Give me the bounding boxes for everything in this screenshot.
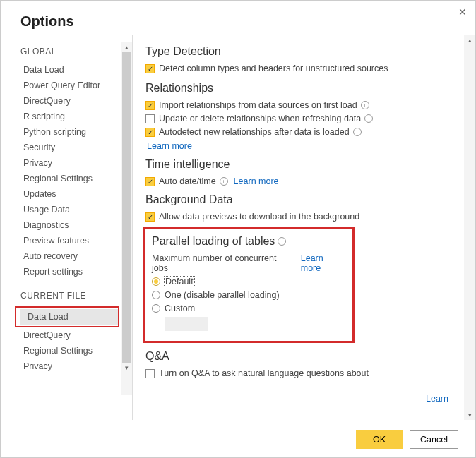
info-icon[interactable] [220,177,228,186]
label-radio-default: Default [165,277,194,287]
link-learn-more-time[interactable]: Learn more [234,176,279,186]
radio-default[interactable] [152,277,160,286]
scroll-up-icon[interactable]: ▴ [464,35,475,45]
info-icon[interactable] [361,101,369,109]
sidebar-scrollbar[interactable]: ▴ ▾ [121,42,132,395]
sidebar-item-diagnostics[interactable]: Diagnostics [23,217,132,233]
link-learn-more-parallel[interactable]: Learn more [301,253,345,273]
sidebar-item-global-data-load[interactable]: Data Load [23,62,132,78]
info-icon[interactable] [353,128,362,136]
content-scrollbar[interactable]: ▴ ▾ [464,35,475,420]
sidebar-group-global: GLOBAL [20,47,132,56]
sidebar-item-global-regional[interactable]: Regional Settings [23,171,132,186]
label-autodetect-relationships: Autodetect new relationships after data … [159,127,350,137]
sidebar-group-current-file: CURRENT FILE [20,291,132,301]
dialog-body: GLOBAL Data Load Power Query Editor Dire… [1,35,475,420]
sidebar-item-python-scripting[interactable]: Python scripting [23,124,132,140]
dialog-footer: OK Cancel [356,430,458,449]
label-radio-one: One (disable parallel loading) [165,290,280,300]
dialog-title: Options [1,1,475,35]
section-parallel-loading-label: Parallel loading of tables [152,235,275,248]
section-qa: Q&A [145,350,463,363]
checkbox-auto-datetime[interactable] [145,177,155,186]
sidebar-item-usage-data[interactable]: Usage Data [23,202,132,217]
sidebar: GLOBAL Data Load Power Query Editor Dire… [1,35,132,420]
sidebar-item-file-data-load[interactable]: Data Load [20,309,118,325]
highlight-sidebar-data-load: Data Load [15,306,119,327]
label-radio-custom: Custom [165,303,195,313]
label-turn-on-qa: Turn on Q&A to ask natural language ques… [159,368,369,378]
checkbox-autodetect-relationships[interactable] [145,128,155,137]
section-background-data: Background Data [145,193,463,206]
label-auto-datetime: Auto date/time [159,176,216,186]
radio-custom[interactable] [152,304,160,313]
scroll-up-icon[interactable]: ▴ [121,42,132,52]
checkbox-update-relationships[interactable] [145,114,155,123]
sidebar-item-r-scripting[interactable]: R scripting [23,109,132,124]
input-custom-jobs[interactable] [165,317,208,331]
ok-button[interactable]: OK [356,430,403,449]
section-type-detection: Type Detection [145,45,463,58]
content-panel: Type Detection Detect column types and h… [132,35,475,420]
scroll-down-icon[interactable]: ▾ [464,410,475,420]
label-detect-column-types: Detect column types and headers for unst… [159,64,388,73]
checkbox-turn-on-qa[interactable] [145,369,155,378]
sidebar-item-power-query-editor[interactable]: Power Query Editor [23,78,132,93]
sidebar-item-report-settings[interactable]: Report settings [23,264,132,279]
highlight-parallel-loading: Parallel loading of tables Maximum numbe… [143,227,355,343]
link-learn-qa[interactable]: Learn [426,394,448,404]
label-update-relationships: Update or delete relationships when refr… [159,114,361,123]
label-max-concurrent-jobs: Maximum number of concurrent jobs [152,253,294,273]
scroll-thumb[interactable] [122,52,131,363]
section-relationships: Relationships [145,82,463,95]
sidebar-item-global-privacy[interactable]: Privacy [23,155,132,171]
sidebar-item-preview-features[interactable]: Preview features [23,233,132,248]
sidebar-item-file-directquery[interactable]: DirectQuery [23,327,132,343]
radio-one[interactable] [152,291,160,299]
link-learn-more-relationships[interactable]: Learn more [147,141,192,151]
checkbox-allow-background-previews[interactable] [145,212,155,222]
sidebar-item-file-privacy[interactable]: Privacy [23,358,132,374]
close-icon[interactable]: ✕ [458,6,467,18]
sidebar-item-auto-recovery[interactable]: Auto recovery [23,248,132,264]
sidebar-item-security[interactable]: Security [23,140,132,155]
sidebar-item-global-directquery[interactable]: DirectQuery [23,93,132,109]
checkbox-detect-column-types[interactable] [145,64,155,73]
section-parallel-loading: Parallel loading of tables [152,235,345,248]
checkbox-import-relationships[interactable] [145,101,155,110]
sidebar-item-updates[interactable]: Updates [23,186,132,202]
scroll-down-icon[interactable]: ▾ [121,363,132,373]
sidebar-item-file-regional[interactable]: Regional Settings [23,343,132,358]
info-icon[interactable] [364,114,373,123]
section-time-intelligence: Time intelligence [145,158,463,171]
info-icon[interactable] [278,237,286,246]
cancel-button[interactable]: Cancel [410,430,458,449]
label-import-relationships: Import relationships from data sources o… [159,100,357,110]
label-allow-background-previews: Allow data previews to download in the b… [159,212,359,222]
